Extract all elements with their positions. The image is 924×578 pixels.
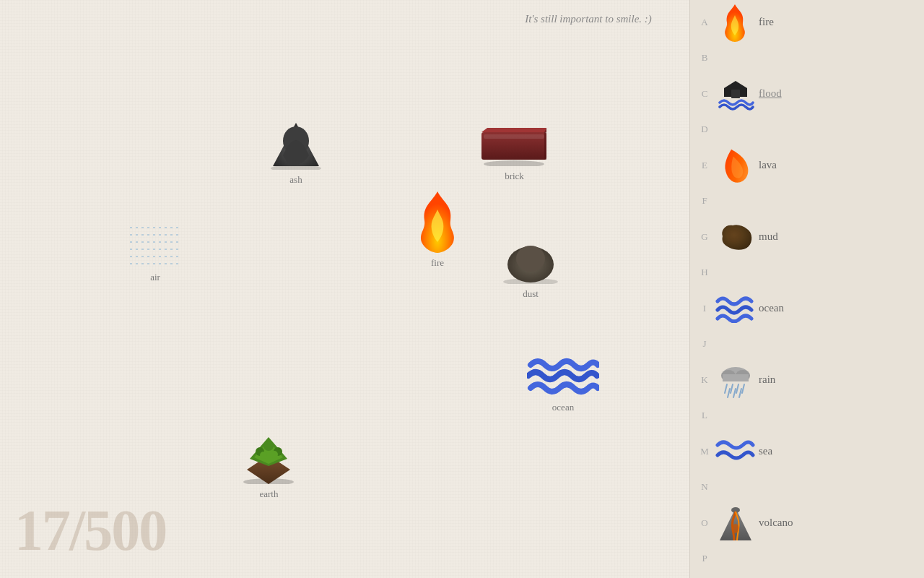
sidebar: A fire B C: [689, 0, 924, 578]
element-air[interactable]: air: [126, 220, 184, 283]
wall-sidebar-icon: [715, 574, 755, 578]
sidebar-item-b: B: [690, 44, 924, 72]
rain-sidebar-icon: [715, 360, 755, 400]
element-dust[interactable]: dust: [502, 237, 559, 300]
sidebar-letter-m: M: [694, 440, 715, 463]
sidebar-item-n: N: [690, 473, 924, 501]
svg-line-26: [731, 384, 733, 393]
sidebar-item-fire[interactable]: A fire: [690, 0, 924, 44]
sidebar-letter-e: E: [694, 154, 715, 177]
svg-line-28: [742, 384, 744, 393]
svg-line-30: [733, 389, 736, 397]
sidebar-item-l: L: [690, 402, 924, 429]
fire-label: fire: [431, 257, 444, 269]
ocean-icon-canvas: [527, 354, 599, 397]
svg-rect-10: [484, 134, 544, 139]
sidebar-item-flood[interactable]: C flood: [690, 72, 924, 116]
svg-point-13: [516, 246, 545, 272]
sidebar-letter-n: N: [694, 475, 715, 499]
air-icon: [126, 220, 184, 267]
flood-sidebar-icon: [715, 74, 755, 113]
sidebar-item-lava[interactable]: E lava: [690, 143, 924, 187]
sidebar-item-sea[interactable]: M sea: [690, 429, 924, 473]
sidebar-letter-i: I: [694, 297, 715, 320]
sidebar-item-p: P: [690, 545, 924, 572]
volcano-sidebar-icon: [715, 503, 755, 543]
sidebar-item-volcano[interactable]: O volcano: [690, 501, 924, 545]
element-ocean[interactable]: ocean: [527, 354, 599, 413]
svg-point-8: [484, 160, 544, 166]
svg-rect-20: [731, 90, 740, 98]
earth-label: earth: [260, 488, 279, 500]
brick-label: brick: [505, 171, 524, 182]
svg-line-31: [739, 389, 741, 397]
sidebar-item-j: J: [690, 330, 924, 358]
air-label: air: [150, 272, 160, 283]
svg-rect-24: [723, 374, 749, 381]
sidebar-label-rain: rain: [759, 374, 775, 386]
svg-line-25: [725, 384, 727, 393]
svg-line-27: [736, 384, 738, 393]
lava-sidebar-icon: [715, 145, 755, 185]
svg-point-19: [271, 451, 278, 458]
ocean-label: ocean: [552, 402, 574, 413]
fire-icon-canvas: [411, 188, 463, 253]
earth-icon: [238, 430, 300, 484]
sidebar-letter-c: C: [694, 82, 715, 105]
sidebar-letter-j: J: [694, 332, 715, 355]
element-brick[interactable]: brick: [480, 126, 549, 182]
sidebar-letter-f: F: [694, 189, 715, 212]
sea-sidebar-icon: [715, 431, 755, 471]
sidebar-item-f: F: [690, 187, 924, 215]
sidebar-label-sea: sea: [759, 445, 772, 457]
sidebar-label-fire: fire: [759, 16, 774, 28]
sidebar-item-wall[interactable]: Q wall: [690, 572, 924, 578]
svg-point-18: [260, 452, 267, 459]
element-fire[interactable]: fire: [411, 188, 463, 269]
sidebar-label-mud: mud: [759, 230, 778, 243]
sidebar-item-d: D: [690, 116, 924, 143]
ash-icon: [267, 119, 325, 170]
sidebar-item-mud[interactable]: G mud: [690, 215, 924, 259]
main-canvas: air ash: [0, 0, 689, 578]
brick-icon: [480, 126, 549, 166]
sidebar-item-rain[interactable]: K rain: [690, 358, 924, 402]
sidebar-letter-o: O: [694, 512, 715, 535]
svg-line-29: [728, 389, 730, 397]
sidebar-letter-h: H: [694, 261, 715, 284]
fire-sidebar-icon: [715, 2, 755, 42]
dust-label: dust: [523, 288, 539, 300]
ocean-sidebar-icon: [715, 288, 755, 328]
progress-counter: 17/500: [14, 498, 166, 564]
sidebar-letter-g: G: [694, 225, 715, 249]
element-earth[interactable]: earth: [238, 430, 300, 500]
sidebar-letter-p: P: [694, 547, 715, 570]
sidebar-letter-k: K: [694, 368, 715, 392]
sidebar-letter-b: B: [694, 46, 715, 69]
dust-icon: [502, 237, 559, 284]
svg-point-16: [263, 441, 274, 451]
ash-label: ash: [289, 174, 302, 186]
sidebar-label-volcano: volcano: [759, 517, 793, 529]
sidebar-label-flood: flood: [759, 87, 782, 100]
sidebar-letter-l: L: [694, 404, 715, 427]
sidebar-item-ocean[interactable]: I ocean: [690, 286, 924, 330]
sidebar-letter-a: A: [694, 11, 715, 34]
mud-sidebar-icon: [715, 217, 755, 256]
sidebar-letter-d: D: [694, 118, 715, 141]
sidebar-label-lava: lava: [759, 159, 777, 171]
sidebar-item-h: H: [690, 259, 924, 286]
element-ash[interactable]: ash: [267, 119, 325, 186]
sidebar-label-ocean: ocean: [759, 302, 784, 314]
